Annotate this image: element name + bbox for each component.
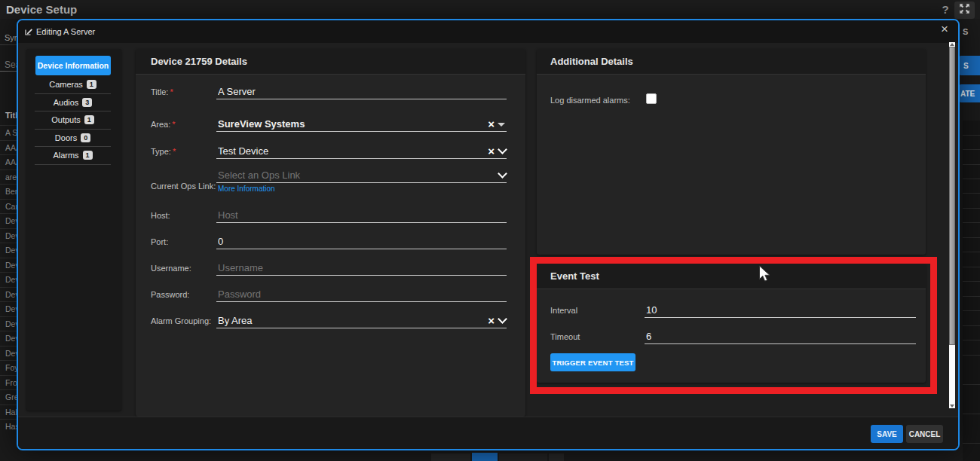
- alarm-grouping-select-input[interactable]: [218, 315, 475, 326]
- divider: [0, 71, 17, 72]
- sidebar-tab[interactable]: Cameras 1: [35, 76, 111, 94]
- table-row[interactable]: Hal: [0, 405, 17, 420]
- scrollbar-up-arrow[interactable]: [950, 43, 954, 46]
- field-password: Password:: [151, 284, 507, 302]
- divider: [0, 44, 17, 45]
- field-timeout: Timeout: [550, 326, 916, 344]
- field-area: Area:* ×: [151, 114, 507, 132]
- sidebar-tab[interactable]: Alarms 1: [35, 147, 111, 165]
- clear-icon[interactable]: ×: [488, 146, 495, 157]
- background-table-right: [963, 121, 980, 461]
- clear-icon[interactable]: ×: [488, 119, 495, 130]
- dialog-footer: [18, 417, 958, 449]
- sidebar-tab[interactable]: Doors 0: [35, 130, 111, 148]
- sidebar-tab[interactable]: Outputs 1: [35, 111, 111, 130]
- field-port: Port:: [151, 231, 507, 249]
- required-marker: *: [170, 87, 173, 96]
- background-blue-button-fragment[interactable]: ATE: [959, 84, 980, 102]
- username-input[interactable]: [218, 262, 475, 273]
- table-row[interactable]: Dev: [0, 331, 17, 346]
- ops-link-select-input[interactable]: [218, 169, 475, 181]
- table-row[interactable]: AAA: [0, 154, 17, 169]
- field-label: Timeout: [550, 332, 580, 341]
- chevron-down-icon[interactable]: [498, 145, 507, 154]
- log-disarmed-label: Log disarmed alarms:: [550, 96, 630, 105]
- field-type: Type:* ×: [151, 141, 507, 159]
- table-row[interactable]: area: [0, 169, 17, 185]
- pagination-fragment[interactable]: [431, 453, 470, 461]
- screen: Device Setup ? Syn Sea Titl A Se AAA AAA: [0, 0, 980, 461]
- field-title: Title:*: [151, 81, 507, 99]
- fullscreen-icon: [959, 3, 970, 17]
- required-marker: *: [173, 147, 176, 156]
- field-label: Alarm Grouping:: [151, 316, 211, 325]
- required-marker: *: [172, 120, 175, 129]
- table-row[interactable]: Dev: [0, 287, 17, 302]
- close-icon[interactable]: ×: [937, 22, 952, 37]
- background-blue-button-fragment[interactable]: S: [959, 56, 980, 75]
- table-row[interactable]: Gre: [0, 389, 17, 405]
- count-badge: 1: [83, 151, 93, 160]
- field-host: Host:: [151, 205, 507, 223]
- field-label: Area:: [151, 120, 170, 129]
- cancel-button[interactable]: CANCEL: [906, 425, 943, 443]
- table-row[interactable]: Dev: [0, 228, 17, 243]
- table-row[interactable]: Dev: [0, 316, 17, 331]
- background-button-fragment[interactable]: S: [963, 27, 968, 36]
- pagination-fragment[interactable]: [499, 453, 547, 461]
- additional-details-card: Additional Details: [537, 49, 926, 255]
- sidebar-tab[interactable]: Audios 3: [35, 94, 111, 112]
- password-input[interactable]: [218, 289, 475, 300]
- clear-icon[interactable]: ×: [488, 316, 495, 326]
- host-input[interactable]: [218, 209, 475, 221]
- port-input[interactable]: [218, 236, 475, 247]
- page-title: Device Setup: [6, 3, 77, 16]
- caret-down-icon[interactable]: [498, 123, 505, 127]
- timeout-input[interactable]: [646, 331, 914, 342]
- table-row[interactable]: AAA: [0, 140, 17, 155]
- table-row[interactable]: Dev: [0, 243, 17, 258]
- trigger-event-test-button[interactable]: TRIGGER EVENT TEST: [550, 353, 635, 371]
- card-header: Additional Details: [537, 49, 926, 75]
- field-label: Port:: [151, 237, 168, 246]
- table-row[interactable]: Dev: [0, 213, 17, 228]
- table-row[interactable]: Has: [0, 419, 17, 434]
- scrollbar-down-arrow[interactable]: [950, 405, 954, 408]
- device-nav-tabs: Cameras 1 Audios 3 Outputs 1 Doors 0 Ala…: [35, 76, 111, 165]
- field-label: Password:: [151, 290, 189, 299]
- edit-pencil-icon: [24, 26, 33, 39]
- table-row[interactable]: Foy: [0, 360, 17, 375]
- type-select-input[interactable]: [218, 145, 475, 157]
- table-row[interactable]: Dev: [0, 272, 17, 287]
- count-badge: 1: [87, 80, 96, 89]
- table-row[interactable]: Dev: [0, 301, 17, 316]
- chevron-down-icon[interactable]: [498, 169, 507, 179]
- interval-input[interactable]: [646, 304, 914, 316]
- table-row[interactable]: Fro: [0, 375, 17, 390]
- table-row[interactable]: Ben: [0, 184, 17, 199]
- event-test-card-title: Event Test: [550, 270, 599, 282]
- more-information-link[interactable]: More Information: [218, 185, 275, 193]
- table-row[interactable]: A Se: [0, 125, 17, 140]
- help-icon[interactable]: ?: [939, 3, 951, 16]
- field-ops-link: Current Ops Link: More Information: [151, 165, 507, 183]
- table-row[interactable]: Dev: [0, 346, 17, 361]
- count-badge: 1: [84, 115, 94, 124]
- field-label: Username:: [151, 264, 191, 273]
- table-row[interactable]: Car: [0, 199, 17, 214]
- field-label: Current Ops Link:: [151, 182, 216, 191]
- tab-device-information[interactable]: Device Information: [35, 56, 111, 75]
- pagination-fragment-active[interactable]: [472, 453, 498, 461]
- title-input[interactable]: [218, 86, 475, 97]
- scrollbar-thumb[interactable]: [949, 47, 955, 345]
- save-button[interactable]: SAVE: [871, 425, 903, 443]
- table-row[interactable]: Dev: [0, 258, 17, 273]
- log-disarmed-checkbox[interactable]: [646, 93, 657, 104]
- table-header: Titl: [0, 111, 17, 125]
- count-badge: 3: [82, 98, 92, 107]
- scrollbar-track[interactable]: [949, 42, 955, 408]
- pagination-fragment[interactable]: [549, 453, 564, 461]
- expand-button[interactable]: [954, 2, 975, 19]
- area-select-input[interactable]: [218, 118, 475, 130]
- chevron-down-icon[interactable]: [498, 314, 507, 324]
